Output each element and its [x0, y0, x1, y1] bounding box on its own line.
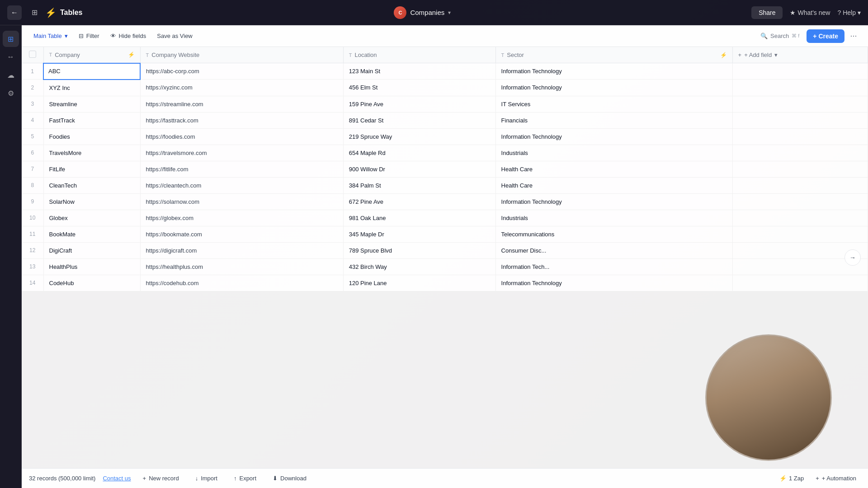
website-cell[interactable]: https://globex.com	[140, 210, 343, 226]
company-cell[interactable]: BookMate	[43, 226, 140, 242]
website-cell[interactable]: https://fasttrack.com	[140, 112, 343, 128]
sector-cell[interactable]: Consumer Disc...	[495, 242, 732, 258]
database-name[interactable]: Companies	[410, 9, 444, 16]
location-cell[interactable]: 432 Birch Way	[343, 258, 495, 275]
location-cell[interactable]: 345 Maple Dr	[343, 226, 495, 242]
sector-cell[interactable]: Health Care	[495, 177, 732, 193]
sector-cell[interactable]: Information Technology	[495, 275, 732, 291]
table-row[interactable]: 2XYZ Inchttps://xyzinc.com456 Elm StInfo…	[22, 80, 868, 96]
sector-cell[interactable]: Information Tech...	[495, 258, 732, 275]
website-cell[interactable]: https://streamline.com	[140, 96, 343, 112]
sector-column-header[interactable]: T Sector ⚡	[495, 47, 732, 63]
table-row[interactable]: 11BookMatehttps://bookmate.com345 Maple …	[22, 226, 868, 242]
location-cell[interactable]: 981 Oak Lane	[343, 210, 495, 226]
sector-cell[interactable]: Information Technology	[495, 128, 732, 145]
table-row[interactable]: 9SolarNowhttps://solarnow.com672 Pine Av…	[22, 193, 868, 210]
location-cell[interactable]: 789 Spruce Blvd	[343, 242, 495, 258]
table-row[interactable]: 4FastTrackhttps://fasttrack.com891 Cedar…	[22, 112, 868, 128]
website-cell[interactable]: https://fitlife.com	[140, 161, 343, 177]
company-column-header[interactable]: T Company ⚡	[43, 47, 140, 63]
location-cell[interactable]: 672 Pine Ave	[343, 193, 495, 210]
website-column-header[interactable]: T Company Website	[140, 47, 343, 63]
table-row[interactable]: 7FitLifehttps://fitlife.com900 Willow Dr…	[22, 161, 868, 177]
more-options-button[interactable]: ···	[846, 29, 861, 43]
location-cell[interactable]: 120 Pine Lane	[343, 275, 495, 291]
location-cell[interactable]: 654 Maple Rd	[343, 145, 495, 161]
location-cell[interactable]: 384 Palm St	[343, 177, 495, 193]
company-cell[interactable]: CodeHub	[43, 275, 140, 291]
search-button[interactable]: 🔍 Search ⌘ f	[755, 30, 805, 42]
sidebar-icon-settings[interactable]: ⚙	[3, 85, 19, 101]
company-cell[interactable]: TravelsMore	[43, 145, 140, 161]
location-cell[interactable]: 456 Elm St	[343, 80, 495, 96]
company-cell[interactable]: FastTrack	[43, 112, 140, 128]
company-cell[interactable]: FitLife	[43, 161, 140, 177]
company-cell[interactable]: DigiCraft	[43, 242, 140, 258]
scroll-right-button[interactable]: →	[844, 249, 861, 266]
location-cell[interactable]: 159 Pine Ave	[343, 96, 495, 112]
new-record-button[interactable]: + New record	[138, 473, 184, 484]
company-cell[interactable]: HealthPlus	[43, 258, 140, 275]
help-link[interactable]: ? Help ▾	[837, 9, 861, 16]
sector-cell[interactable]: Information Technology	[495, 193, 732, 210]
website-cell[interactable]: https://xyzinc.com	[140, 80, 343, 96]
grid-icon[interactable]: ⊞	[27, 5, 42, 20]
table-row[interactable]: 12DigiCrafthttps://digicraft.com789 Spru…	[22, 242, 868, 258]
website-cell[interactable]: https://cleantech.com	[140, 177, 343, 193]
table-row[interactable]: 8CleanTechhttps://cleantech.com384 Palm …	[22, 177, 868, 193]
select-all-checkbox[interactable]	[29, 51, 36, 58]
table-row[interactable]: 14CodeHubhttps://codehub.com120 Pine Lan…	[22, 275, 868, 291]
website-cell[interactable]: https://digicraft.com	[140, 242, 343, 258]
location-cell[interactable]: 900 Willow Dr	[343, 161, 495, 177]
website-cell[interactable]: https://foodies.com	[140, 128, 343, 145]
main-table-button[interactable]: Main Table ▾	[29, 30, 72, 42]
location-column-header[interactable]: T Location	[343, 47, 495, 63]
sector-cell[interactable]: Telecommunications	[495, 226, 732, 242]
sector-cell[interactable]: Information Technology	[495, 63, 732, 80]
whats-new-link[interactable]: ★ What's new	[790, 9, 830, 16]
checkbox-header[interactable]	[22, 47, 43, 63]
contact-us-link[interactable]: Contact us	[103, 475, 131, 482]
sidebar-icon-cloud[interactable]: ☁	[3, 67, 19, 83]
hide-fields-button[interactable]: 👁 Hide fields	[106, 30, 151, 42]
sector-cell[interactable]: Health Care	[495, 161, 732, 177]
download-button[interactable]: ⬇ Download	[268, 473, 311, 484]
table-row[interactable]: 10Globexhttps://globex.com981 Oak LaneIn…	[22, 210, 868, 226]
table-row[interactable]: 6TravelsMorehttps://travelsmore.com654 M…	[22, 145, 868, 161]
export-button[interactable]: ↑ Export	[229, 473, 261, 484]
save-as-view-button[interactable]: Save as View	[152, 30, 197, 42]
company-cell[interactable]: Globex	[43, 210, 140, 226]
company-cell[interactable]: CleanTech	[43, 177, 140, 193]
back-button[interactable]: ←	[7, 5, 22, 20]
import-button[interactable]: ↓ Import	[191, 473, 222, 484]
company-cell[interactable]: SolarNow	[43, 193, 140, 210]
table-row[interactable]: 3Streamlinehttps://streamline.com159 Pin…	[22, 96, 868, 112]
create-button[interactable]: + Create	[807, 29, 844, 43]
location-cell[interactable]: 219 Spruce Way	[343, 128, 495, 145]
location-cell[interactable]: 891 Cedar St	[343, 112, 495, 128]
website-cell[interactable]: https://codehub.com	[140, 275, 343, 291]
sector-cell[interactable]: Information Technology	[495, 80, 732, 96]
sector-cell[interactable]: Industrials	[495, 210, 732, 226]
sector-cell[interactable]: IT Services	[495, 96, 732, 112]
filter-button[interactable]: ⊟ Filter	[74, 30, 104, 42]
website-cell[interactable]: https://abc-corp.com	[140, 63, 343, 80]
location-cell[interactable]: 123 Main St	[343, 63, 495, 80]
table-row[interactable]: 13HealthPlushttps://healthplus.com432 Bi…	[22, 258, 868, 275]
website-cell[interactable]: https://solarnow.com	[140, 193, 343, 210]
website-cell[interactable]: https://travelsmore.com	[140, 145, 343, 161]
company-cell[interactable]: Streamline	[43, 96, 140, 112]
table-row[interactable]: 5Foodieshttps://foodies.com219 Spruce Wa…	[22, 128, 868, 145]
chevron-down-icon[interactable]: ▾	[448, 9, 451, 16]
sector-cell[interactable]: Industrials	[495, 145, 732, 161]
sidebar-icon-grid[interactable]: ⊞	[3, 31, 19, 47]
company-cell[interactable]: XYZ Inc	[43, 80, 140, 96]
automation-button[interactable]: + + Automation	[811, 473, 861, 484]
add-field-header[interactable]: + + Add field ▾	[732, 47, 868, 63]
sidebar-icon-arrows[interactable]: ↔	[3, 49, 19, 65]
website-cell[interactable]: https://bookmate.com	[140, 226, 343, 242]
company-cell[interactable]: Foodies	[43, 128, 140, 145]
share-button[interactable]: Share	[751, 6, 783, 19]
sector-cell[interactable]: Financials	[495, 112, 732, 128]
table-row[interactable]: 1ABChttps://abc-corp.com123 Main StInfor…	[22, 63, 868, 80]
